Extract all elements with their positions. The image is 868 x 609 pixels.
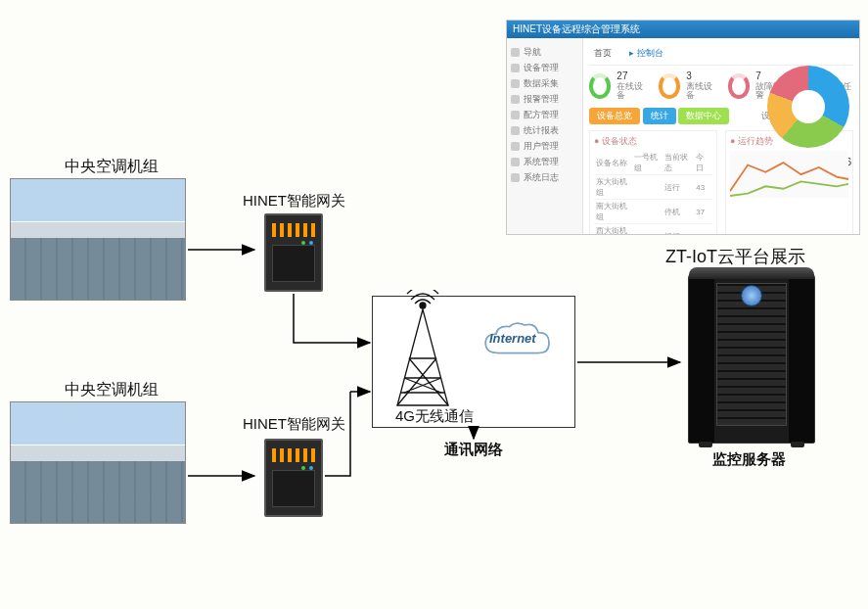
arrow-layer [0,0,868,609]
